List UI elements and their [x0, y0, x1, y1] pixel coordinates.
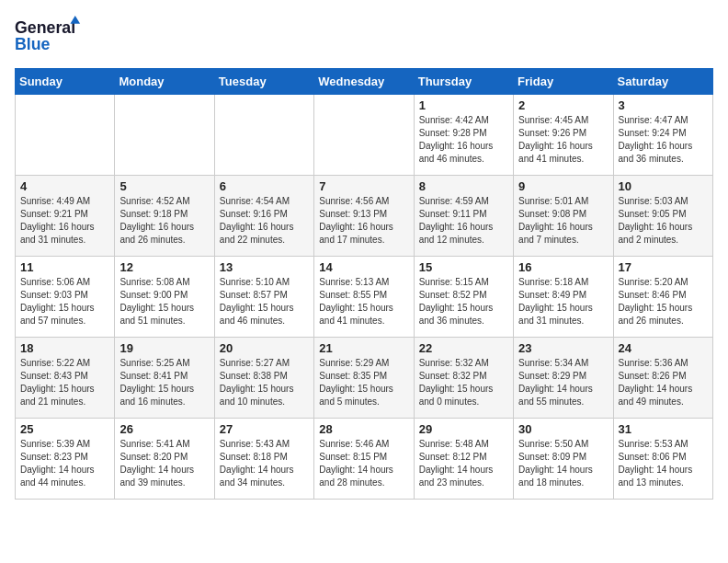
day-number: 4	[20, 179, 109, 193]
day-number: 28	[319, 422, 408, 436]
week-row-5: 25Sunrise: 5:39 AM Sunset: 8:23 PM Dayli…	[16, 419, 713, 500]
day-info: Sunrise: 5:53 AM Sunset: 8:06 PM Dayligh…	[619, 438, 708, 489]
calendar-cell	[214, 95, 313, 176]
day-info: Sunrise: 5:15 AM Sunset: 8:52 PM Dayligh…	[419, 276, 508, 327]
day-info: Sunrise: 5:50 AM Sunset: 8:09 PM Dayligh…	[518, 438, 608, 489]
day-number: 16	[518, 260, 608, 274]
calendar-table: SundayMondayTuesdayWednesdayThursdayFrid…	[15, 68, 713, 500]
calendar-cell: 6Sunrise: 4:54 AM Sunset: 9:16 PM Daylig…	[214, 176, 313, 257]
day-info: Sunrise: 4:49 AM Sunset: 9:21 PM Dayligh…	[20, 195, 109, 247]
day-number: 14	[319, 260, 408, 274]
calendar-cell: 5Sunrise: 4:52 AM Sunset: 9:18 PM Daylig…	[115, 176, 214, 257]
calendar-cell: 30Sunrise: 5:50 AM Sunset: 8:09 PM Dayli…	[514, 419, 613, 500]
day-number: 17	[619, 260, 708, 274]
calendar-cell: 11Sunrise: 5:06 AM Sunset: 9:03 PM Dayli…	[16, 257, 115, 338]
calendar-cell: 24Sunrise: 5:36 AM Sunset: 8:26 PM Dayli…	[613, 338, 712, 419]
day-info: Sunrise: 4:47 AM Sunset: 9:24 PM Dayligh…	[619, 114, 708, 166]
day-number: 7	[319, 179, 408, 193]
weekday-header-tuesday: Tuesday	[214, 69, 313, 95]
week-row-3: 11Sunrise: 5:06 AM Sunset: 9:03 PM Dayli…	[16, 257, 713, 338]
page: General Blue SundayMondayTuesdayWednesda…	[0, 0, 728, 514]
day-info: Sunrise: 5:18 AM Sunset: 8:49 PM Dayligh…	[518, 276, 608, 327]
weekday-header-saturday: Saturday	[613, 69, 712, 95]
calendar-cell: 25Sunrise: 5:39 AM Sunset: 8:23 PM Dayli…	[16, 419, 115, 500]
day-info: Sunrise: 5:01 AM Sunset: 9:08 PM Dayligh…	[518, 195, 608, 247]
day-info: Sunrise: 5:08 AM Sunset: 9:00 PM Dayligh…	[119, 276, 209, 327]
day-number: 5	[119, 179, 209, 193]
day-info: Sunrise: 5:41 AM Sunset: 8:20 PM Dayligh…	[119, 438, 209, 489]
day-info: Sunrise: 5:03 AM Sunset: 9:05 PM Dayligh…	[619, 195, 708, 247]
calendar-cell: 29Sunrise: 5:48 AM Sunset: 8:12 PM Dayli…	[414, 419, 513, 500]
day-number: 13	[220, 260, 309, 274]
weekday-header-sunday: Sunday	[16, 69, 115, 95]
calendar-cell: 4Sunrise: 4:49 AM Sunset: 9:21 PM Daylig…	[16, 176, 115, 257]
day-number: 10	[619, 179, 708, 193]
day-info: Sunrise: 5:29 AM Sunset: 8:35 PM Dayligh…	[319, 357, 408, 408]
calendar-cell: 12Sunrise: 5:08 AM Sunset: 9:00 PM Dayli…	[115, 257, 214, 338]
calendar-cell: 1Sunrise: 4:42 AM Sunset: 9:28 PM Daylig…	[414, 95, 513, 176]
weekday-header-monday: Monday	[115, 69, 214, 95]
day-number: 23	[518, 341, 608, 355]
day-info: Sunrise: 5:10 AM Sunset: 8:57 PM Dayligh…	[220, 276, 309, 327]
day-number: 24	[619, 341, 708, 355]
calendar-cell: 8Sunrise: 4:59 AM Sunset: 9:11 PM Daylig…	[414, 176, 513, 257]
calendar-cell: 21Sunrise: 5:29 AM Sunset: 8:35 PM Dayli…	[314, 338, 414, 419]
weekday-header-thursday: Thursday	[414, 69, 513, 95]
day-info: Sunrise: 4:52 AM Sunset: 9:18 PM Dayligh…	[119, 195, 209, 247]
calendar-cell: 3Sunrise: 4:47 AM Sunset: 9:24 PM Daylig…	[613, 95, 712, 176]
day-number: 9	[518, 179, 608, 193]
day-info: Sunrise: 5:36 AM Sunset: 8:26 PM Dayligh…	[619, 357, 708, 408]
day-info: Sunrise: 5:46 AM Sunset: 8:15 PM Dayligh…	[319, 438, 408, 489]
day-info: Sunrise: 5:20 AM Sunset: 8:46 PM Dayligh…	[619, 276, 708, 327]
day-number: 2	[518, 98, 608, 112]
calendar-cell: 13Sunrise: 5:10 AM Sunset: 8:57 PM Dayli…	[214, 257, 313, 338]
week-row-4: 18Sunrise: 5:22 AM Sunset: 8:43 PM Dayli…	[16, 338, 713, 419]
calendar-cell: 27Sunrise: 5:43 AM Sunset: 8:18 PM Dayli…	[214, 419, 313, 500]
day-number: 25	[20, 422, 109, 436]
day-number: 29	[419, 422, 508, 436]
calendar-cell: 28Sunrise: 5:46 AM Sunset: 8:15 PM Dayli…	[314, 419, 414, 500]
day-number: 6	[220, 179, 309, 193]
day-number: 1	[419, 98, 508, 112]
day-number: 21	[319, 341, 408, 355]
day-info: Sunrise: 4:45 AM Sunset: 9:26 PM Dayligh…	[518, 114, 608, 166]
day-info: Sunrise: 5:34 AM Sunset: 8:29 PM Dayligh…	[518, 357, 608, 408]
day-number: 12	[119, 260, 209, 274]
calendar-cell: 14Sunrise: 5:13 AM Sunset: 8:55 PM Dayli…	[314, 257, 414, 338]
day-number: 31	[619, 422, 708, 436]
calendar-cell: 26Sunrise: 5:41 AM Sunset: 8:20 PM Dayli…	[115, 419, 214, 500]
day-info: Sunrise: 4:54 AM Sunset: 9:16 PM Dayligh…	[220, 195, 309, 247]
calendar-cell: 19Sunrise: 5:25 AM Sunset: 8:41 PM Dayli…	[115, 338, 214, 419]
day-info: Sunrise: 5:48 AM Sunset: 8:12 PM Dayligh…	[419, 438, 508, 489]
day-number: 15	[419, 260, 508, 274]
calendar-cell: 22Sunrise: 5:32 AM Sunset: 8:32 PM Dayli…	[414, 338, 513, 419]
calendar-cell: 16Sunrise: 5:18 AM Sunset: 8:49 PM Dayli…	[514, 257, 613, 338]
day-number: 19	[119, 341, 209, 355]
day-number: 8	[419, 179, 508, 193]
calendar-cell: 18Sunrise: 5:22 AM Sunset: 8:43 PM Dayli…	[16, 338, 115, 419]
calendar-cell	[314, 95, 414, 176]
day-number: 18	[20, 341, 109, 355]
weekday-header-wednesday: Wednesday	[314, 69, 414, 95]
weekday-header-row: SundayMondayTuesdayWednesdayThursdayFrid…	[16, 69, 713, 95]
day-info: Sunrise: 4:56 AM Sunset: 9:13 PM Dayligh…	[319, 195, 408, 247]
day-number: 3	[619, 98, 708, 112]
day-number: 26	[119, 422, 209, 436]
calendar-cell: 10Sunrise: 5:03 AM Sunset: 9:05 PM Dayli…	[613, 176, 712, 257]
calendar-cell: 31Sunrise: 5:53 AM Sunset: 8:06 PM Dayli…	[613, 419, 712, 500]
day-info: Sunrise: 4:42 AM Sunset: 9:28 PM Dayligh…	[419, 114, 508, 166]
logo-svg: General Blue	[15, 15, 88, 59]
day-info: Sunrise: 5:43 AM Sunset: 8:18 PM Dayligh…	[220, 438, 309, 489]
day-info: Sunrise: 5:27 AM Sunset: 8:38 PM Dayligh…	[220, 357, 309, 408]
week-row-2: 4Sunrise: 4:49 AM Sunset: 9:21 PM Daylig…	[16, 176, 713, 257]
calendar-cell	[16, 95, 115, 176]
calendar-cell: 17Sunrise: 5:20 AM Sunset: 8:46 PM Dayli…	[613, 257, 712, 338]
day-info: Sunrise: 5:13 AM Sunset: 8:55 PM Dayligh…	[319, 276, 408, 327]
svg-text:Blue: Blue	[15, 35, 51, 53]
header: General Blue	[15, 15, 713, 59]
calendar-cell: 23Sunrise: 5:34 AM Sunset: 8:29 PM Dayli…	[514, 338, 613, 419]
day-number: 30	[518, 422, 608, 436]
calendar-cell	[115, 95, 214, 176]
logo-area: General Blue	[15, 15, 88, 59]
calendar-cell: 15Sunrise: 5:15 AM Sunset: 8:52 PM Dayli…	[414, 257, 513, 338]
